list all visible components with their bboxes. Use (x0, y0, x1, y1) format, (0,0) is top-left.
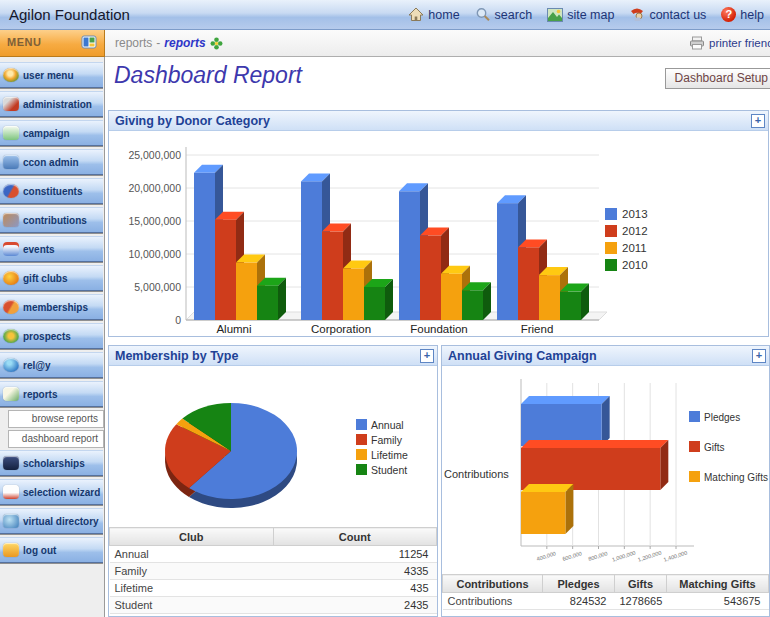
sidebar-item-contributions[interactable]: contributions (0, 207, 103, 233)
svg-text:25,000,000: 25,000,000 (128, 149, 181, 161)
nav-search-label: search (495, 8, 533, 22)
count-cell: 435 (273, 580, 437, 597)
scholarships-icon (3, 456, 19, 470)
count-cell: 11254 (273, 546, 437, 563)
expand-icon[interactable]: + (420, 349, 434, 363)
gift-clubs-icon (3, 271, 19, 285)
club-cell: Annual (110, 546, 274, 563)
matching-gifts-cell: 543675 (667, 593, 769, 610)
sidebar-item-label: administration (23, 99, 92, 110)
campaign-panel-body: 400,000600,000800,0001,000,0001,200,0001… (442, 366, 769, 610)
breadcrumb-bar: reports - reports printer friendly (105, 30, 770, 57)
svg-text:Family: Family (371, 434, 403, 446)
membership-panel-header: Membership by Type + (109, 346, 437, 366)
svg-text:1,000,000: 1,000,000 (611, 549, 636, 562)
table-row: Annual11254 (110, 546, 437, 563)
sidebar-item-label: reports (23, 389, 57, 400)
sidebar-item-ccon-admin[interactable]: ccon admin (0, 149, 103, 175)
svg-text:Matching Gifts: Matching Gifts (704, 472, 768, 483)
help-icon: ? (721, 7, 736, 22)
menu-bar[interactable]: MENU (0, 30, 105, 57)
search-icon (475, 7, 491, 22)
svg-text:0: 0 (175, 314, 181, 326)
sidebar-item-label: virtual directory (23, 516, 99, 527)
sidebar-item-scholarships[interactable]: scholarships (0, 450, 103, 476)
svg-text:Foundation: Foundation (410, 323, 468, 335)
svg-text:Gifts: Gifts (704, 442, 725, 453)
sidebar-item-administration[interactable]: administration (0, 91, 103, 117)
expand-icon[interactable]: + (752, 349, 766, 363)
sidebar-item-gift-clubs[interactable]: gift clubs (0, 265, 103, 291)
application-window: Agilon Foundation home search site map c… (0, 0, 770, 617)
nav-search[interactable]: search (475, 7, 533, 22)
table-row: Contributions 824532 1278665 543675 (443, 593, 769, 610)
sidebar-item-label: ccon admin (23, 157, 79, 168)
giving-by-donor-category-panel: Giving by Donor Category + 05,000,00010,… (108, 110, 769, 337)
campaign-icon (3, 126, 19, 140)
sidebar-item-selection-wizard[interactable]: selection wizard (0, 479, 103, 505)
campaign-table-header-gifts: Gifts (615, 575, 667, 593)
nav-site-map[interactable]: site map (547, 8, 614, 22)
sidebar-item-relay[interactable]: rel@y (0, 352, 103, 378)
printer-icon (689, 36, 705, 50)
nav-home[interactable]: home (408, 7, 459, 22)
nav-site-map-label: site map (567, 8, 614, 22)
sidebar-subitem-browse-reports[interactable]: browse reports (8, 410, 104, 428)
breadcrumb-section[interactable]: reports (115, 30, 152, 56)
svg-text:2011: 2011 (622, 242, 647, 254)
nav-help[interactable]: ? help (721, 7, 764, 22)
membership-panel-body: AnnualFamilyLifetimeStudent Club Count A… (109, 366, 437, 614)
sidebar-item-events[interactable]: events (0, 236, 103, 262)
sidebar-item-label: gift clubs (23, 273, 67, 284)
membership-by-type-panel: Membership by Type + AnnualFamilyLifetim… (108, 345, 438, 617)
sidebar-item-label: selection wizard (23, 487, 100, 498)
top-nav: home search site map contact us ? help (393, 7, 764, 22)
svg-text:800,000: 800,000 (587, 550, 608, 562)
count-cell: 4335 (273, 563, 437, 580)
printer-friendly-link[interactable]: printer friendly (689, 30, 770, 56)
main-content: Dashboard Report Dashboard Setup Giving … (105, 57, 770, 617)
svg-text:Alumni: Alumni (216, 323, 251, 335)
expand-icon[interactable]: + (751, 114, 765, 128)
campaign-table-header-pledges: Pledges (543, 575, 615, 593)
club-cell: Lifetime (110, 580, 274, 597)
breadcrumb-current[interactable]: reports (164, 30, 205, 56)
sidebar-item-label: contributions (23, 215, 87, 226)
breadcrumb-separator: - (156, 30, 160, 56)
sidebar-item-label: memberships (23, 302, 88, 313)
sidebar-item-label: scholarships (23, 458, 85, 469)
campaign-bar-chart: 400,000600,000800,0001,000,0001,200,0001… (442, 366, 769, 574)
site-map-icon (547, 8, 563, 22)
constituents-icon (3, 184, 19, 198)
club-cell: Family (110, 563, 274, 580)
sidebar-item-prospects[interactable]: prospects (0, 323, 103, 349)
dashboard-setup-button[interactable]: Dashboard Setup (665, 68, 770, 89)
table-row: Family4335 (110, 563, 437, 580)
sidebar-item-campaign[interactable]: campaign (0, 120, 103, 146)
svg-text:Annual: Annual (371, 419, 404, 431)
svg-text:1,400,000: 1,400,000 (663, 549, 688, 562)
membership-panel-title: Membership by Type (115, 349, 238, 363)
home-icon (408, 7, 424, 22)
annual-giving-campaign-panel: Annual Giving Campaign + 400,000600,0008… (441, 345, 770, 617)
contributions-icon (3, 213, 19, 227)
sidebar-item-user-menu[interactable]: user menu (0, 62, 103, 88)
page-title: Dashboard Report (114, 62, 302, 89)
sidebar-item-constituents[interactable]: constituents (0, 178, 103, 204)
sidebar-item-reports[interactable]: reports (0, 381, 103, 407)
printer-friendly-label: printer friendly (709, 37, 770, 49)
svg-text:2010: 2010 (622, 259, 648, 271)
svg-text:1,200,000: 1,200,000 (637, 549, 662, 562)
sidebar-subitem-dashboard-report[interactable]: dashboard report (8, 430, 104, 448)
events-icon (3, 242, 19, 256)
sidebar-item-log-out[interactable]: log out (0, 537, 103, 563)
nav-contact-us[interactable]: contact us (629, 7, 706, 22)
favorite-flower-icon (210, 37, 223, 50)
sidebar-item-label: constituents (23, 186, 82, 197)
sidebar-item-virtual-directory[interactable]: virtual directory (0, 508, 103, 534)
nav-help-label: help (740, 8, 764, 22)
club-cell: Student (110, 597, 274, 614)
sidebar-item-memberships[interactable]: memberships (0, 294, 103, 320)
memberships-icon (3, 300, 19, 314)
table-row: Student2435 (110, 597, 437, 614)
